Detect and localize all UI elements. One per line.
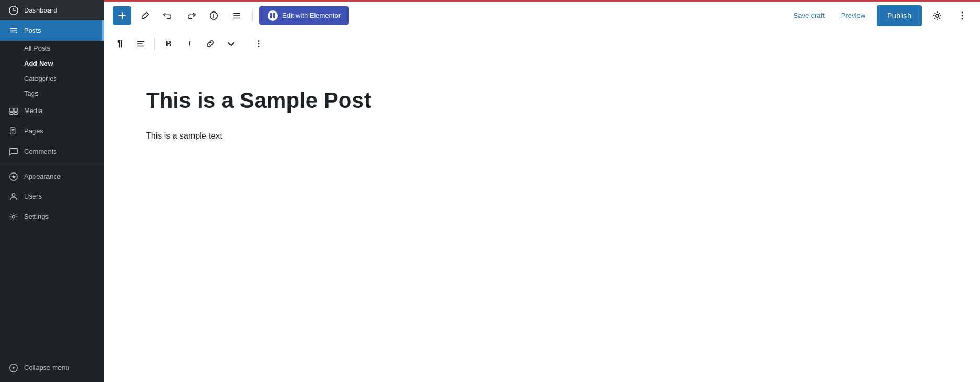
preview-button[interactable]: Preview bbox=[836, 8, 870, 22]
italic-button[interactable]: I bbox=[180, 34, 199, 53]
sidebar-item-posts[interactable]: Posts bbox=[0, 20, 104, 41]
save-draft-button[interactable]: Save draft bbox=[789, 8, 830, 22]
sidebar-dashboard-label: Dashboard bbox=[24, 6, 57, 14]
paragraph-button[interactable]: ¶ bbox=[111, 34, 129, 53]
toolbar-right: Save draft Preview Publish bbox=[789, 5, 972, 26]
svg-point-21 bbox=[258, 46, 260, 47]
more-options-button[interactable] bbox=[953, 6, 972, 25]
svg-point-18 bbox=[962, 18, 963, 19]
sidebar-item-media[interactable]: Media bbox=[0, 101, 104, 121]
redo-button[interactable] bbox=[182, 6, 200, 25]
sidebar-sub-item-categories[interactable]: Categories bbox=[0, 71, 104, 86]
sidebar-divider bbox=[0, 164, 104, 164]
settings-icon bbox=[8, 212, 19, 221]
sidebar-item-settings[interactable]: Settings bbox=[0, 206, 104, 227]
svg-point-20 bbox=[258, 43, 260, 44]
block-options-button[interactable] bbox=[249, 34, 268, 53]
elementor-label: Edit with Elementor bbox=[282, 11, 341, 19]
add-new-label: Add New bbox=[24, 59, 53, 67]
sidebar-sub-item-tags[interactable]: Tags bbox=[0, 86, 104, 101]
svg-point-17 bbox=[962, 15, 963, 16]
sidebar-appearance-label: Appearance bbox=[24, 172, 61, 180]
block-toolbar: ¶ B I bbox=[104, 31, 980, 56]
paragraph-icon: ¶ bbox=[117, 38, 123, 49]
link-button[interactable] bbox=[201, 34, 220, 53]
posts-icon bbox=[8, 26, 19, 35]
svg-rect-4 bbox=[14, 113, 17, 115]
svg-rect-3 bbox=[10, 113, 13, 115]
svg-rect-1 bbox=[10, 108, 13, 112]
collapse-label: Collapse menu bbox=[24, 364, 69, 372]
add-block-button[interactable] bbox=[113, 6, 131, 25]
post-body[interactable]: This is a sample text bbox=[146, 129, 938, 143]
edit-tool-button[interactable] bbox=[136, 6, 154, 25]
bold-button[interactable]: B bbox=[159, 34, 178, 53]
sidebar-settings-label: Settings bbox=[24, 213, 49, 220]
bold-icon: B bbox=[165, 39, 171, 49]
top-toolbar: Edit with Elementor Save draft Preview P… bbox=[104, 0, 980, 31]
pages-icon bbox=[8, 126, 19, 136]
collapse-icon bbox=[8, 363, 19, 373]
tags-label: Tags bbox=[24, 90, 38, 97]
undo-button[interactable] bbox=[159, 6, 177, 25]
svg-rect-2 bbox=[14, 108, 17, 112]
sidebar-item-appearance[interactable]: Appearance bbox=[0, 166, 104, 187]
block-separator-1 bbox=[154, 38, 155, 50]
svg-rect-11 bbox=[270, 13, 272, 18]
align-button[interactable] bbox=[131, 34, 150, 53]
sidebar-item-dashboard[interactable]: Dashboard bbox=[0, 0, 104, 20]
block-separator-2 bbox=[245, 38, 245, 50]
sidebar-item-pages[interactable]: Pages bbox=[0, 121, 104, 141]
sidebar-media-label: Media bbox=[24, 107, 42, 115]
all-posts-label: All Posts bbox=[24, 44, 51, 52]
elementor-icon bbox=[268, 10, 278, 21]
sidebar-pages-label: Pages bbox=[24, 127, 43, 135]
svg-point-15 bbox=[936, 14, 939, 17]
svg-point-8 bbox=[12, 215, 15, 218]
post-title[interactable]: This is a Sample Post bbox=[146, 88, 938, 114]
elementor-button[interactable]: Edit with Elementor bbox=[259, 6, 349, 25]
svg-point-16 bbox=[962, 11, 963, 13]
categories-label: Categories bbox=[24, 75, 57, 82]
sidebar-collapse[interactable]: Collapse menu bbox=[0, 358, 104, 378]
comments-icon bbox=[8, 146, 19, 156]
sidebar-posts-label: Posts bbox=[24, 27, 41, 34]
publish-button[interactable]: Publish bbox=[877, 5, 922, 26]
svg-point-19 bbox=[258, 40, 260, 42]
sidebar: Dashboard Posts All Posts Add New Catego… bbox=[0, 0, 104, 382]
svg-rect-12 bbox=[273, 13, 275, 15]
media-icon bbox=[8, 106, 19, 116]
main-content: Edit with Elementor Save draft Preview P… bbox=[104, 0, 980, 382]
italic-icon: I bbox=[188, 39, 191, 49]
settings-gear-button[interactable] bbox=[928, 6, 947, 25]
svg-point-7 bbox=[12, 194, 15, 196]
appearance-icon bbox=[8, 171, 19, 181]
sidebar-comments-label: Comments bbox=[24, 147, 57, 155]
editor-area[interactable]: This is a Sample Post This is a sample t… bbox=[104, 56, 980, 382]
sidebar-item-comments[interactable]: Comments bbox=[0, 141, 104, 162]
list-view-button[interactable] bbox=[227, 6, 246, 25]
sidebar-sub-item-add-new[interactable]: Add New bbox=[0, 56, 104, 71]
more-formatting-button[interactable] bbox=[222, 34, 240, 53]
sidebar-item-users[interactable]: Users bbox=[0, 187, 104, 207]
svg-rect-13 bbox=[273, 15, 275, 17]
info-button[interactable] bbox=[204, 6, 223, 25]
dashboard-icon bbox=[8, 5, 19, 15]
svg-rect-14 bbox=[273, 17, 275, 18]
sidebar-sub-item-all-posts[interactable]: All Posts bbox=[0, 41, 104, 56]
toolbar-separator bbox=[252, 9, 253, 22]
users-icon bbox=[8, 192, 19, 202]
sidebar-users-label: Users bbox=[24, 192, 42, 200]
